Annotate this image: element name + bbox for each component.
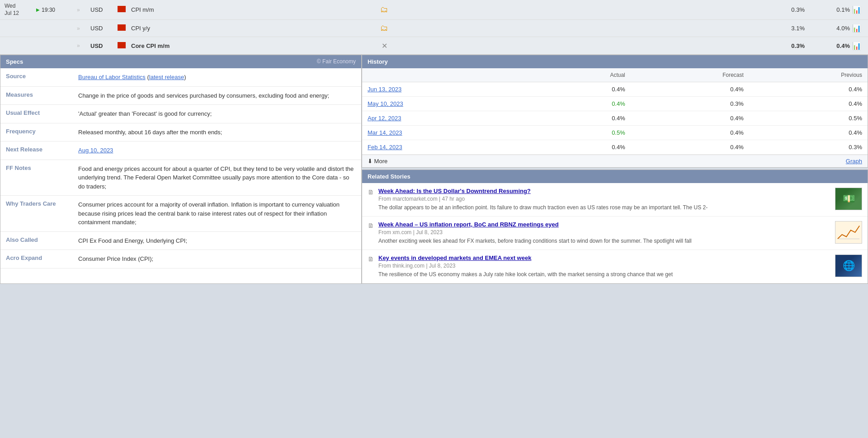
story-title-2[interactable]: Key events in developed markets and EMEA… [378,254,830,261]
barchart-icon-3[interactable]: 📊 [850,42,863,50]
story-doc-icon-1: 🗎 [368,222,374,229]
history-forecast-0: 0.4% [631,82,749,97]
waves-1: » [77,7,90,13]
story-text-0: The dollar appears to be at an inflectio… [378,204,830,212]
specs-value-why-traders: Consumer prices account for a majority o… [73,196,361,232]
specs-label-measures: Measures [0,86,73,105]
specs-row-why-traders: Why Traders Care Consumer prices account… [0,196,361,232]
specs-label-next-release: Next Release [0,141,73,160]
previous-2: 4.0% [805,25,850,32]
story-item-2: 🗎 Key events in developed markets and EM… [362,250,868,283]
story-item-0: 🗎 Week Ahead: Is the US Dollar's Downtre… [362,183,868,217]
story-doc-icon-2: 🗎 [368,255,374,263]
forecast-2: 3.1% [760,25,805,32]
history-row-0: Jun 13, 2023 0.4% 0.4% 0.4% [362,82,868,97]
story-source-0: From marctomarket.com [378,196,438,202]
specs-row-frequency: Frequency Released monthly, about 16 day… [0,123,361,141]
history-date-1[interactable]: May 10, 2023 [362,97,534,111]
bureau-link[interactable]: Bureau of Labor Statistics [78,74,146,80]
calendar-section: Wed Jul 12 ▶ 19:30 » USD CPI m/m 🗂 0.3% … [0,0,868,55]
history-row-1: May 10, 2023 0.4% 0.3% 0.4% [362,97,868,111]
calendar-date: Wed Jul 12 [5,3,36,17]
history-previous-2: 0.5% [749,111,868,126]
specs-header: Specs © Fair Economy [0,55,361,68]
graph-link[interactable]: Graph [846,158,862,165]
specs-row-acro-expand: Acro Expand Consumer Price Index (CPI); [0,250,361,268]
history-forecast-1: 0.3% [631,97,749,111]
event-2: CPI y/y [131,25,253,32]
history-actual-0: 0.4% [534,82,631,97]
history-actual-1: 0.4% [534,97,631,111]
story-content-2: Key events in developed markets and EMEA… [378,254,830,278]
specs-row-also-called: Also Called CPI Ex Food and Energy, Unde… [0,231,361,250]
next-release-link[interactable]: Aug 10, 2023 [78,147,113,154]
history-date-3[interactable]: Mar 14, 2023 [362,126,534,140]
history-footer: ⬇ More Graph [362,155,868,167]
specs-label-source: Source [0,68,73,86]
previous-3: 0.4% [805,42,850,49]
specs-label-also-called: Also Called [0,231,73,250]
specs-row-ff-notes: FF Notes Food and energy prices account … [0,160,361,196]
history-actual-3: 0.5% [534,126,631,140]
related-stories-panel: Related Stories 🗎 Week Ahead: Is the US … [362,170,868,283]
history-actual-2: 0.4% [534,111,631,126]
specs-panel: Specs © Fair Economy Source Bureau of La… [0,55,362,283]
specs-value-acro-expand: Consumer Price Index (CPI); [73,250,361,268]
specs-row-usual-effect: Usual Effect 'Actual' greater than 'Fore… [0,105,361,123]
event-3: Core CPI m/m [131,42,253,49]
main-content: Specs © Fair Economy Source Bureau of La… [0,55,868,283]
history-row-2: Apr 12, 2023 0.4% 0.4% 0.5% [362,111,868,126]
flag-2 [118,24,131,32]
specs-value-measures: Change in the price of goods and service… [73,86,361,105]
barchart-icon-2[interactable]: 📊 [850,24,863,33]
history-forecast-3: 0.4% [631,126,749,140]
x-icon-3: ✕ [375,42,393,50]
specs-row-measures: Measures Change in the price of goods an… [0,86,361,105]
source-close: ) [184,74,186,80]
history-forecast-4: 0.4% [631,140,749,155]
story-time-ago-0: 47 hr ago [442,196,465,202]
story-content-1: Week Ahead – US inflation report, BoC an… [378,221,830,245]
history-date-4[interactable]: Feb 14, 2023 [362,140,534,155]
story-content-0: Week Ahead: Is the US Dollar's Downtrend… [378,188,830,212]
currency-3: USD [90,42,118,49]
previous-1: 0.1% [805,6,850,13]
history-date-2[interactable]: Apr 12, 2023 [362,111,534,126]
specs-label-usual-effect: Usual Effect [0,105,73,123]
latest-release-link[interactable]: latest release [149,74,184,80]
story-meta-2: From think.ing.com | Jul 8, 2023 [378,263,830,269]
history-panel: History Actual Forecast Previous Jun 13,… [362,55,868,168]
related-stories-header: Related Stories [362,170,868,183]
calendar-row-2: » USD CPI y/y 🗂 3.1% 4.0% 📊 [0,20,868,37]
specs-label-ff-notes: FF Notes [0,160,73,196]
history-forecast-2: 0.4% [631,111,749,126]
story-source-2: From think.ing.com [378,263,425,269]
flag-3 [118,42,131,50]
specs-row-source: Source Bureau of Labor Statistics (lates… [0,68,361,86]
specs-value-ff-notes: Food and energy prices account for about… [73,160,361,196]
specs-title: Specs [6,58,23,65]
history-previous-1: 0.4% [749,97,868,111]
event-1: CPI m/m [131,6,253,13]
story-thumbnail-0: 💵 [835,188,862,210]
story-text-1: Another exciting week lies ahead for FX … [378,237,830,245]
waves-3: » [77,42,90,49]
calendar-time-1: ▶ 19:30 [36,7,77,13]
story-doc-icon-0: 🗎 [368,188,374,196]
story-title-0[interactable]: Week Ahead: Is the US Dollar's Downtrend… [378,188,830,194]
history-col-forecast: Forecast [631,68,749,82]
history-col-date [362,68,534,82]
story-date-1: Jul 8, 2023 [416,229,443,235]
calendar-row-3: » USD Core CPI m/m ✕ 0.3% 0.4% 📊 [0,37,868,54]
history-date-0[interactable]: Jun 13, 2023 [362,82,534,97]
specs-value-source: Bureau of Labor Statistics (latest relea… [73,68,361,86]
story-title-1[interactable]: Week Ahead – US inflation report, BoC an… [378,221,830,228]
flag-1 [118,6,131,14]
specs-copyright: © Fair Economy [317,58,356,65]
specs-value-also-called: CPI Ex Food and Energy, Underlying CPI; [73,231,361,250]
more-link[interactable]: ⬇ More [368,158,387,165]
history-previous-4: 0.3% [749,140,868,155]
barchart-icon-1[interactable]: 📊 [850,5,863,14]
history-row-4: Feb 14, 2023 0.4% 0.4% 0.3% [362,140,868,155]
story-thumbnail-1 [835,221,862,244]
